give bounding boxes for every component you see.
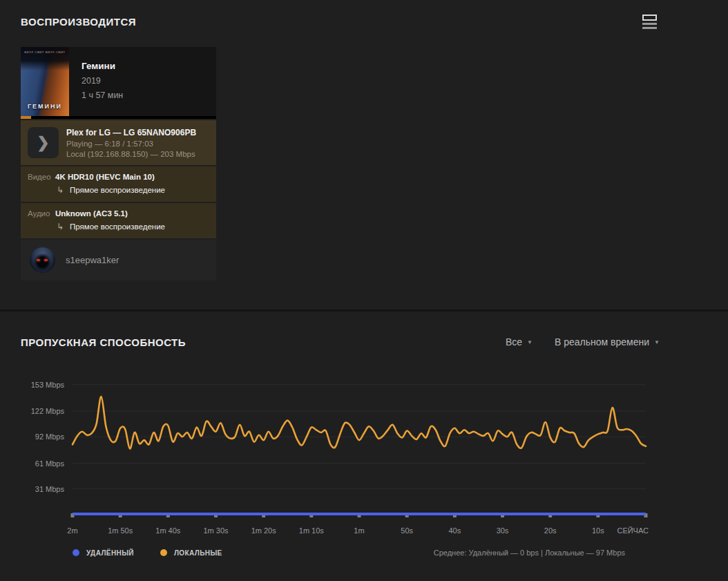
media-duration: 1 ч 57 мин: [82, 91, 123, 100]
svg-text:30s: 30s: [497, 526, 509, 535]
video-value: 4K HDR10 (HEVC Main 10): [55, 173, 155, 181]
direct-play-arrow-icon: ↳: [57, 222, 64, 231]
session-card: ВИЛЛ СМИТ ВИЛЛ СМИТ ГЕМИНИ Гемини 2019 1…: [21, 47, 216, 280]
list-view-rect: [642, 15, 657, 21]
audio-value: Unknown (AC3 5.1): [55, 209, 128, 218]
list-view-bar: [642, 27, 657, 29]
poster-thumbnail[interactable]: ВИЛЛ СМИТ ВИЛЛ СМИТ ГЕМИНИ: [21, 47, 69, 116]
now-playing-title: ВОСПРОИЗВОДИТСЯ: [21, 16, 136, 28]
audio-label: Аудио: [28, 209, 55, 218]
svg-text:2m: 2m: [67, 526, 77, 535]
remote-legend-dot-icon: [73, 549, 79, 556]
avatar-eye: [44, 259, 48, 261]
svg-text:1m 20s: 1m 20s: [251, 526, 277, 535]
bandwidth-chart: 31 Mbps61 Mbps92 Mbps122 Mbps153 Mbps2m1…: [21, 370, 660, 542]
svg-text:40s: 40s: [448, 526, 461, 535]
chart-legend-row: УДАЛЁННЫЙ ЛОКАЛЬНЫЕ Среднее: Удалённый —…: [21, 544, 660, 557]
svg-text:1m 10s: 1m 10s: [299, 526, 325, 535]
bandwidth-chart-wrap: 31 Mbps61 Mbps92 Mbps122 Mbps153 Mbps2m1…: [21, 370, 660, 557]
list-view-bar: [642, 23, 657, 25]
bandwidth-section: ПРОПУСКНАЯ СПОСОБНОСТЬ Все ▼ В реальном …: [0, 312, 728, 557]
remote-legend-label: УДАЛЁННЫЙ: [86, 549, 134, 557]
timeframe-filter-value: В реальном времени: [555, 336, 649, 347]
list-view-toggle-icon[interactable]: [640, 12, 660, 32]
player-info: Plex for LG — LG 65NANO906PB Playing — 6…: [66, 128, 196, 158]
player-status: Playing — 6:18 / 1:57:03: [66, 140, 196, 148]
svg-text:61 Mbps: 61 Mbps: [35, 459, 65, 468]
source-filter-dropdown[interactable]: Все ▼: [506, 336, 533, 347]
local-legend-dot-icon: [160, 549, 167, 556]
video-decision: Прямое воспроизведение: [70, 186, 165, 194]
svg-text:153 Mbps: 153 Mbps: [31, 381, 65, 389]
average-summary: Среднее: Удалённый — 0 bps | Локальные —…: [434, 549, 625, 557]
poster-title: ГЕМИНИ: [21, 103, 69, 110]
playback-progress-bar: [21, 116, 216, 119]
media-row: ВИЛЛ СМИТ ВИЛЛ СМИТ ГЕМИНИ Гемини 2019 1…: [21, 47, 216, 116]
svg-text:1m 50s: 1m 50s: [108, 526, 133, 535]
poster-top-text: ВИЛЛ СМИТ ВИЛЛ СМИТ: [21, 50, 69, 54]
source-filter-value: Все: [506, 336, 522, 347]
svg-text:1m: 1m: [354, 526, 364, 535]
progress-fill: [21, 116, 31, 119]
bandwidth-title: ПРОПУСКНАЯ СПОСОБНОСТЬ: [21, 336, 186, 348]
media-title[interactable]: Гемини: [82, 61, 123, 71]
chevron-down-icon: ▼: [654, 339, 660, 345]
video-stream-row: Видео 4K HDR10 (HEVC Main 10) ↳ Прямое в…: [21, 166, 216, 202]
video-label: Видео: [28, 173, 55, 181]
svg-text:31 Mbps: 31 Mbps: [35, 485, 65, 493]
svg-text:1m 30s: 1m 30s: [203, 526, 229, 535]
player-row: ❯ Plex for LG — LG 65NANO906PB Playing —…: [21, 120, 216, 165]
user-avatar: [30, 247, 55, 273]
svg-text:122 Mbps: 122 Mbps: [31, 407, 65, 415]
media-year: 2019: [82, 76, 123, 86]
direct-play-arrow-icon: ↳: [57, 185, 64, 195]
player-connection: Local (192.168.88.150) — 203 Mbps: [66, 150, 196, 158]
svg-text:20s: 20s: [544, 526, 557, 535]
local-legend-label: ЛОКАЛЬНЫЕ: [174, 549, 222, 557]
media-info: Гемини 2019 1 ч 57 мин: [69, 47, 135, 116]
avatar-eye: [37, 259, 40, 261]
svg-text:1m 40s: 1m 40s: [155, 526, 181, 535]
timeframe-filter-dropdown[interactable]: В реальном времени ▼: [555, 336, 660, 347]
chevron-down-icon: ▼: [527, 339, 533, 345]
legend-item-local[interactable]: ЛОКАЛЬНЫЕ: [160, 549, 222, 557]
svg-text:10s: 10s: [592, 526, 604, 535]
legend-item-remote[interactable]: УДАЛЁННЫЙ: [73, 549, 134, 557]
svg-text:50s: 50s: [401, 526, 413, 535]
svg-text:СЕЙЧАС: СЕЙЧАС: [617, 526, 649, 535]
audio-stream-row: Аудио Unknown (AC3 5.1) ↳ Прямое воспрои…: [21, 203, 216, 238]
player-title: Plex for LG — LG 65NANO906PB: [66, 128, 196, 137]
audio-decision: Прямое воспроизведение: [70, 222, 165, 231]
svg-text:92 Mbps: 92 Mbps: [35, 432, 65, 441]
player-app-icon: ❯: [28, 127, 59, 158]
user-name: s1eepwa1ker: [66, 255, 119, 265]
now-playing-section: ВОСПРОИЗВОДИТСЯ ВИЛЛ СМИТ ВИЛЛ СМИТ ГЕМИ…: [0, 0, 728, 280]
user-row[interactable]: s1eepwa1ker: [21, 240, 216, 280]
